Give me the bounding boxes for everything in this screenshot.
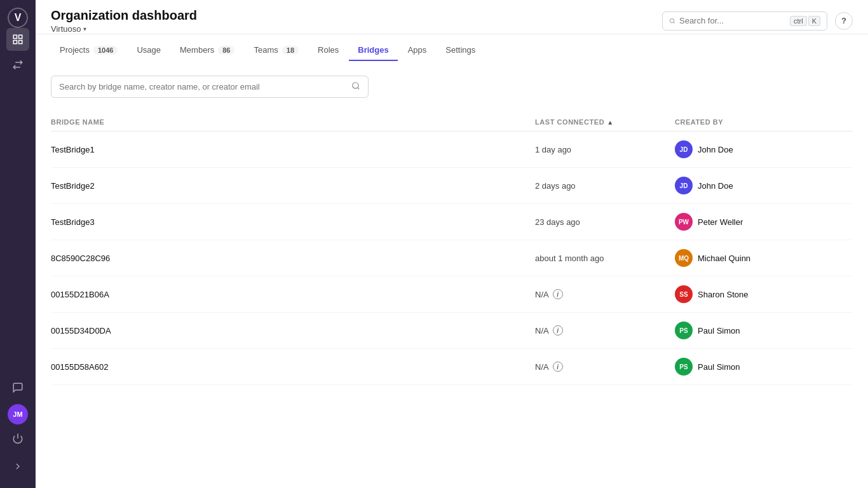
svg-point-4 <box>670 18 674 23</box>
svg-rect-3 <box>13 41 17 44</box>
search-input[interactable] <box>679 16 786 25</box>
sort-icon-last_connected: ▲ <box>607 119 613 126</box>
user-initials: JM <box>13 410 22 418</box>
created-by: SS Sharon Stone <box>675 285 853 303</box>
table-header: BRIDGE NAMELAST CONNECTED▲CREATED BY <box>51 113 853 132</box>
creator-name: Sharon Stone <box>698 290 749 299</box>
creator-name: John Doe <box>698 145 733 154</box>
col-header-bridge_name: BRIDGE NAME <box>51 118 535 126</box>
creator-name: Peter Weller <box>698 217 743 227</box>
sidebar-item-routes[interactable] <box>6 53 29 76</box>
tab-badge-projects: 1046 <box>93 46 118 55</box>
tab-label: Bridges <box>358 45 388 55</box>
tab-bridges[interactable]: Bridges <box>349 40 397 61</box>
last-connected: 2 days ago <box>535 181 675 191</box>
info-icon[interactable]: i <box>553 362 563 372</box>
bridge-search-icon <box>351 81 360 92</box>
tab-label: Settings <box>445 45 475 55</box>
info-icon[interactable]: i <box>553 325 563 336</box>
page-title: Organization dashboard <box>51 8 197 23</box>
sidebar-chat-icon[interactable] <box>6 376 29 399</box>
table-row[interactable]: 8C8590C28C96about 1 month ago MQ Michael… <box>51 240 853 276</box>
table-row[interactable]: TestBridge11 day ago JD John Doe <box>51 132 853 168</box>
creator-name: Paul Simon <box>698 326 740 336</box>
last-connected: N/Ai <box>535 362 675 372</box>
creator-name: John Doe <box>698 181 733 191</box>
svg-line-5 <box>674 22 675 23</box>
info-icon[interactable]: i <box>553 289 563 299</box>
bridge-name: 00155D58A602 <box>51 362 535 372</box>
content-area: BRIDGE NAMELAST CONNECTED▲CREATED BY Tes… <box>36 60 868 488</box>
svg-rect-2 <box>19 41 22 44</box>
table-body: TestBridge11 day ago JD John Doe TestBri… <box>51 132 853 385</box>
bridge-name: TestBridge2 <box>51 181 535 191</box>
tab-badge-members: 86 <box>218 46 234 55</box>
sidebar-expand-icon[interactable] <box>6 455 29 478</box>
table-row[interactable]: 00155D34D0DAN/Ai PS Paul Simon <box>51 313 853 349</box>
table-row[interactable]: 00155D58A602N/Ai PS Paul Simon <box>51 349 853 385</box>
svg-line-7 <box>358 88 360 90</box>
help-icon[interactable]: ? <box>835 12 853 30</box>
svg-rect-0 <box>13 35 17 38</box>
bridge-name: 00155D34D0DA <box>51 326 535 336</box>
topbar-left: Organization dashboard Virtuoso ▾ <box>51 8 197 34</box>
tab-settings[interactable]: Settings <box>437 40 484 61</box>
table-row[interactable]: TestBridge323 days ago PW Peter Weller <box>51 204 853 240</box>
org-selector[interactable]: Virtuoso ▾ <box>51 24 197 34</box>
kbd-ctrl: ctrl <box>790 16 807 26</box>
sidebar: V JM <box>0 0 36 488</box>
avatar: JD <box>675 140 693 158</box>
col-header-last_connected[interactable]: LAST CONNECTED▲ <box>535 118 675 126</box>
bridge-search-input[interactable] <box>59 82 346 92</box>
bridges-table: BRIDGE NAMELAST CONNECTED▲CREATED BY Tes… <box>51 113 853 385</box>
last-connected: 23 days ago <box>535 217 675 227</box>
avatar: PS <box>675 358 693 376</box>
tab-usage[interactable]: Usage <box>128 40 170 61</box>
last-connected: N/Ai <box>535 325 675 336</box>
tab-label: Members <box>180 45 214 55</box>
topbar-right: ctrl K ? <box>662 11 853 30</box>
tab-label: Apps <box>408 45 427 55</box>
col-header-created_by: CREATED BY <box>675 118 853 126</box>
table-row[interactable]: TestBridge22 days ago JD John Doe <box>51 168 853 204</box>
created-by: PS Paul Simon <box>675 358 853 376</box>
global-search-bar[interactable]: ctrl K <box>662 11 827 30</box>
bridge-name: TestBridge3 <box>51 217 535 227</box>
tab-projects[interactable]: Projects1046 <box>51 40 126 61</box>
last-connected: N/Ai <box>535 289 675 299</box>
svg-point-6 <box>353 83 358 88</box>
user-avatar[interactable]: JM <box>8 404 28 424</box>
last-connected: 1 day ago <box>535 145 675 154</box>
tab-label: Usage <box>137 45 161 55</box>
created-by: PW Peter Weller <box>675 213 853 231</box>
logo[interactable]: V <box>8 8 28 28</box>
tab-members[interactable]: Members86 <box>171 40 243 61</box>
last-connected: about 1 month ago <box>535 254 675 263</box>
bridge-name: TestBridge1 <box>51 145 535 154</box>
avatar: MQ <box>675 249 693 267</box>
bridge-name: 00155D21B06A <box>51 290 535 299</box>
created-by: JD John Doe <box>675 177 853 194</box>
tab-teams[interactable]: Teams18 <box>245 40 308 61</box>
topbar: Organization dashboard Virtuoso ▾ ctrl K… <box>36 0 868 34</box>
bridge-search-bar[interactable] <box>51 76 369 98</box>
table-row[interactable]: 00155D21B06AN/Ai SS Sharon Stone <box>51 276 853 313</box>
created-by: MQ Michael Quinn <box>675 249 853 267</box>
tab-label: Teams <box>254 45 278 55</box>
tab-label: Projects <box>60 45 90 55</box>
sidebar-power-icon[interactable] <box>6 427 29 450</box>
search-kbd: ctrl K <box>790 16 820 26</box>
avatar: PS <box>675 322 693 339</box>
org-name: Virtuoso <box>51 24 81 34</box>
created-by: JD John Doe <box>675 140 853 158</box>
avatar: JD <box>675 177 693 194</box>
tab-roles[interactable]: Roles <box>309 40 348 61</box>
tab-apps[interactable]: Apps <box>399 40 436 61</box>
main-content: Organization dashboard Virtuoso ▾ ctrl K… <box>36 0 868 488</box>
bridge-name: 8C8590C28C96 <box>51 254 535 263</box>
tabs-container: Projects1046UsageMembers86Teams18RolesBr… <box>36 39 868 60</box>
sidebar-item-dashboard[interactable] <box>6 28 29 51</box>
avatar: SS <box>675 285 693 303</box>
tab-label: Roles <box>318 45 339 55</box>
kbd-k: K <box>808 16 820 26</box>
